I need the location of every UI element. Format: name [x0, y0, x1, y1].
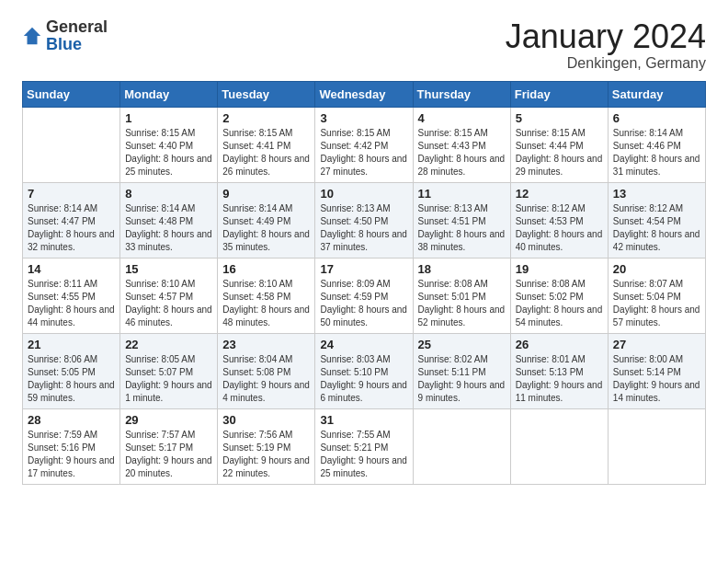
cell-5-6: [510, 408, 608, 484]
cell-details: Sunrise: 8:01 AM Sunset: 5:13 PM Dayligh…: [516, 353, 603, 405]
day-number: 23: [222, 338, 310, 351]
cell-1-1: [23, 107, 120, 182]
cell-details: Sunrise: 8:14 AM Sunset: 4:49 PM Dayligh…: [222, 202, 310, 254]
cell-4-3: 23Sunrise: 8:04 AM Sunset: 5:08 PM Dayli…: [218, 333, 315, 408]
cell-1-2: 1Sunrise: 8:15 AM Sunset: 4:40 PM Daylig…: [120, 107, 218, 182]
cell-2-2: 8Sunrise: 8:14 AM Sunset: 4:48 PM Daylig…: [120, 182, 218, 258]
week-row-4: 21Sunrise: 8:06 AM Sunset: 5:05 PM Dayli…: [23, 333, 706, 408]
day-number: 7: [28, 187, 115, 201]
cell-2-6: 12Sunrise: 8:12 AM Sunset: 4:53 PM Dayli…: [510, 182, 608, 258]
cell-4-7: 27Sunrise: 8:00 AM Sunset: 5:14 PM Dayli…: [608, 333, 705, 408]
day-number: 9: [222, 187, 310, 201]
day-number: 31: [320, 413, 407, 427]
day-number: 1: [125, 111, 212, 125]
header-thursday: Thursday: [413, 81, 510, 107]
day-number: 20: [613, 262, 700, 276]
cell-details: Sunrise: 8:12 AM Sunset: 4:54 PM Dayligh…: [613, 202, 700, 254]
cell-3-4: 17Sunrise: 8:09 AM Sunset: 4:59 PM Dayli…: [315, 258, 413, 333]
cell-details: Sunrise: 7:59 AM Sunset: 5:16 PM Dayligh…: [28, 429, 115, 480]
cell-5-1: 28Sunrise: 7:59 AM Sunset: 5:16 PM Dayli…: [23, 408, 120, 484]
cell-1-7: 6Sunrise: 8:14 AM Sunset: 4:46 PM Daylig…: [608, 107, 705, 182]
logo: General Blue: [22, 18, 108, 53]
logo-general-text: General: [46, 17, 108, 36]
day-number: 16: [222, 262, 310, 276]
calendar-table: Sunday Monday Tuesday Wednesday Thursday…: [22, 81, 706, 485]
day-number: 19: [516, 262, 603, 276]
cell-details: Sunrise: 8:06 AM Sunset: 5:05 PM Dayligh…: [28, 353, 115, 405]
day-number: 27: [613, 338, 700, 351]
cell-3-5: 18Sunrise: 8:08 AM Sunset: 5:01 PM Dayli…: [413, 258, 510, 333]
cell-details: Sunrise: 8:07 AM Sunset: 5:04 PM Dayligh…: [613, 278, 700, 329]
day-number: 25: [418, 338, 506, 351]
week-row-1: 1Sunrise: 8:15 AM Sunset: 4:40 PM Daylig…: [23, 107, 706, 182]
day-number: 5: [516, 111, 603, 125]
header-row: Sunday Monday Tuesday Wednesday Thursday…: [23, 81, 706, 107]
cell-details: Sunrise: 8:11 AM Sunset: 4:55 PM Dayligh…: [28, 278, 115, 329]
cell-details: Sunrise: 8:10 AM Sunset: 4:57 PM Dayligh…: [125, 278, 212, 329]
day-number: 14: [28, 262, 115, 276]
day-number: 13: [613, 187, 700, 201]
cell-details: Sunrise: 8:14 AM Sunset: 4:47 PM Dayligh…: [28, 202, 115, 254]
day-number: 12: [516, 187, 603, 201]
week-row-3: 14Sunrise: 8:11 AM Sunset: 4:55 PM Dayli…: [23, 258, 706, 333]
calendar-header: Sunday Monday Tuesday Wednesday Thursday…: [23, 81, 706, 107]
day-number: 8: [125, 187, 212, 201]
day-number: 29: [125, 413, 212, 427]
cell-details: Sunrise: 8:14 AM Sunset: 4:48 PM Dayligh…: [125, 202, 212, 254]
day-number: 24: [320, 338, 407, 351]
cell-2-4: 10Sunrise: 8:13 AM Sunset: 4:50 PM Dayli…: [315, 182, 413, 258]
cell-details: Sunrise: 8:12 AM Sunset: 4:53 PM Dayligh…: [516, 202, 603, 254]
cell-3-1: 14Sunrise: 8:11 AM Sunset: 4:55 PM Dayli…: [23, 258, 120, 333]
cell-4-1: 21Sunrise: 8:06 AM Sunset: 5:05 PM Dayli…: [23, 333, 120, 408]
logo-blue-text: Blue: [46, 35, 82, 53]
cell-details: Sunrise: 8:15 AM Sunset: 4:44 PM Dayligh…: [516, 127, 603, 178]
cell-3-6: 19Sunrise: 8:08 AM Sunset: 5:02 PM Dayli…: [510, 258, 608, 333]
day-number: 15: [125, 262, 212, 276]
day-number: 18: [418, 262, 506, 276]
day-number: 3: [320, 111, 407, 125]
cell-details: Sunrise: 8:14 AM Sunset: 4:46 PM Dayligh…: [613, 127, 700, 178]
cell-2-7: 13Sunrise: 8:12 AM Sunset: 4:54 PM Dayli…: [608, 182, 705, 258]
location-title: Denkingen, Germany: [506, 55, 706, 72]
day-number: 4: [418, 111, 506, 125]
cell-3-7: 20Sunrise: 8:07 AM Sunset: 5:04 PM Dayli…: [608, 258, 705, 333]
page-header: General Blue January 2024 Denkingen, Ger…: [22, 18, 706, 72]
cell-4-4: 24Sunrise: 8:03 AM Sunset: 5:10 PM Dayli…: [315, 333, 413, 408]
header-wednesday: Wednesday: [315, 81, 413, 107]
cell-details: Sunrise: 8:05 AM Sunset: 5:07 PM Dayligh…: [125, 353, 212, 405]
cell-1-3: 2Sunrise: 8:15 AM Sunset: 4:41 PM Daylig…: [218, 107, 315, 182]
day-number: 28: [28, 413, 115, 427]
day-number: 11: [418, 187, 506, 201]
cell-details: Sunrise: 8:13 AM Sunset: 4:51 PM Dayligh…: [418, 202, 506, 254]
cell-2-5: 11Sunrise: 8:13 AM Sunset: 4:51 PM Dayli…: [413, 182, 510, 258]
cell-1-4: 3Sunrise: 8:15 AM Sunset: 4:42 PM Daylig…: [315, 107, 413, 182]
cell-details: Sunrise: 8:15 AM Sunset: 4:43 PM Dayligh…: [418, 127, 506, 178]
cell-details: Sunrise: 8:09 AM Sunset: 4:59 PM Dayligh…: [320, 278, 407, 329]
cell-details: Sunrise: 8:00 AM Sunset: 5:14 PM Dayligh…: [613, 353, 700, 405]
logo-icon: [22, 26, 42, 46]
cell-5-7: [608, 408, 705, 484]
cell-5-4: 31Sunrise: 7:55 AM Sunset: 5:21 PM Dayli…: [315, 408, 413, 484]
day-number: 6: [613, 111, 700, 125]
cell-details: Sunrise: 7:55 AM Sunset: 5:21 PM Dayligh…: [320, 429, 407, 480]
cell-details: Sunrise: 8:04 AM Sunset: 5:08 PM Dayligh…: [222, 353, 310, 405]
cell-details: Sunrise: 8:15 AM Sunset: 4:40 PM Dayligh…: [125, 127, 212, 178]
header-saturday: Saturday: [608, 81, 705, 107]
week-row-5: 28Sunrise: 7:59 AM Sunset: 5:16 PM Dayli…: [23, 408, 706, 484]
cell-details: Sunrise: 8:08 AM Sunset: 5:01 PM Dayligh…: [418, 278, 506, 329]
cell-details: Sunrise: 8:10 AM Sunset: 4:58 PM Dayligh…: [222, 278, 310, 329]
header-friday: Friday: [510, 81, 608, 107]
cell-details: Sunrise: 8:03 AM Sunset: 5:10 PM Dayligh…: [320, 353, 407, 405]
title-block: January 2024 Denkingen, Germany: [506, 18, 706, 72]
header-monday: Monday: [120, 81, 218, 107]
cell-1-6: 5Sunrise: 8:15 AM Sunset: 4:44 PM Daylig…: [510, 107, 608, 182]
day-number: 2: [222, 111, 310, 125]
day-number: 17: [320, 262, 407, 276]
cell-details: Sunrise: 8:15 AM Sunset: 4:42 PM Dayligh…: [320, 127, 407, 178]
cell-3-2: 15Sunrise: 8:10 AM Sunset: 4:57 PM Dayli…: [120, 258, 218, 333]
cell-2-3: 9Sunrise: 8:14 AM Sunset: 4:49 PM Daylig…: [218, 182, 315, 258]
week-row-2: 7Sunrise: 8:14 AM Sunset: 4:47 PM Daylig…: [23, 182, 706, 258]
calendar-body: 1Sunrise: 8:15 AM Sunset: 4:40 PM Daylig…: [23, 107, 706, 484]
cell-3-3: 16Sunrise: 8:10 AM Sunset: 4:58 PM Dayli…: [218, 258, 315, 333]
day-number: 10: [320, 187, 407, 201]
